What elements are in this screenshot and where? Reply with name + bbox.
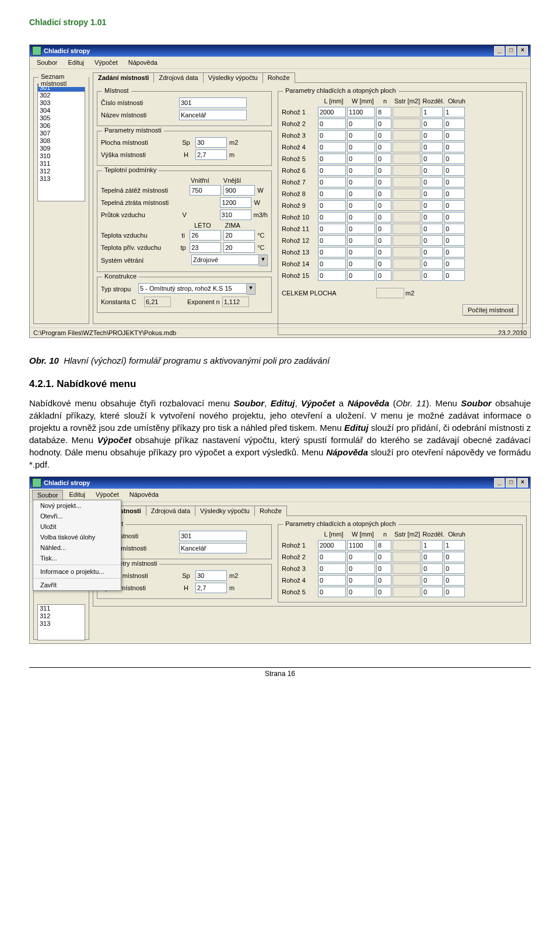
minimize-button[interactable]: _ bbox=[494, 46, 505, 55]
rohoz-input[interactable] bbox=[444, 587, 465, 597]
rohoz-input[interactable] bbox=[347, 247, 375, 257]
rohoz-input[interactable] bbox=[347, 587, 375, 597]
rohoz-input[interactable] bbox=[318, 270, 346, 281]
rohoz-input[interactable] bbox=[347, 259, 375, 269]
rohoz-input[interactable] bbox=[318, 552, 346, 562]
rohoz-input[interactable] bbox=[318, 259, 346, 269]
rohoz-input[interactable] bbox=[422, 259, 443, 269]
tab-zdrojova[interactable]: Zdrojová data bbox=[146, 506, 195, 516]
rohoz-input[interactable] bbox=[347, 130, 375, 141]
combo-system[interactable]: ▼ bbox=[191, 255, 268, 266]
room-listbox-2[interactable]: 311312313 bbox=[37, 604, 85, 640]
rohoz-input[interactable] bbox=[376, 563, 391, 574]
menu-item[interactable]: Volba tiskové úlohy bbox=[33, 532, 121, 542]
rohoz-input[interactable] bbox=[318, 130, 346, 141]
rohoz-input[interactable] bbox=[318, 189, 346, 199]
rohoz-input[interactable] bbox=[347, 177, 375, 187]
minimize-button[interactable]: _ bbox=[494, 478, 505, 487]
rohoz-input[interactable] bbox=[318, 575, 346, 586]
rohoz-input[interactable] bbox=[347, 540, 375, 551]
menu-soubor-open[interactable]: Soubor Nový projekt...Otevři...UložitVol… bbox=[32, 490, 63, 500]
rohoz-input[interactable] bbox=[376, 587, 391, 597]
rohoz-input[interactable] bbox=[422, 247, 443, 257]
rohoz-input[interactable] bbox=[376, 130, 391, 141]
menu-item-info[interactable]: Informace o projektu... bbox=[33, 566, 121, 577]
room-item[interactable]: 307 bbox=[38, 130, 85, 137]
room-item[interactable]: 311 bbox=[38, 160, 85, 168]
rohoz-input[interactable] bbox=[376, 119, 391, 129]
input-zatez-in[interactable] bbox=[190, 185, 221, 196]
tab-rohoze[interactable]: Rohože bbox=[262, 72, 295, 83]
rohoz-input[interactable] bbox=[318, 200, 346, 211]
rohoz-input[interactable] bbox=[422, 189, 443, 199]
rohoz-input[interactable] bbox=[376, 224, 391, 234]
rohoz-input[interactable] bbox=[376, 142, 391, 152]
menu-vypocet[interactable]: Výpočet bbox=[91, 490, 124, 500]
room-item[interactable]: 306 bbox=[38, 122, 85, 130]
tab-rohoze[interactable]: Rohože bbox=[254, 506, 287, 516]
rohoz-input[interactable] bbox=[318, 165, 346, 176]
rohoz-input[interactable] bbox=[444, 270, 465, 281]
rohoz-input[interactable] bbox=[347, 552, 375, 562]
rohoz-input[interactable] bbox=[376, 540, 391, 551]
rohoz-input[interactable] bbox=[347, 142, 375, 152]
menu-edituj[interactable]: Edituj bbox=[63, 58, 89, 67]
rohoz-input[interactable] bbox=[347, 119, 375, 129]
rohoz-input[interactable] bbox=[376, 200, 391, 211]
rohoz-input[interactable] bbox=[422, 587, 443, 597]
menu-item[interactable]: Uložit bbox=[33, 521, 121, 532]
input-cislo[interactable] bbox=[179, 97, 247, 108]
room-item[interactable]: 312 bbox=[38, 612, 85, 620]
rohoz-input[interactable] bbox=[422, 119, 443, 129]
rohoz-input[interactable] bbox=[376, 552, 391, 562]
combo-typstr[interactable]: ▼ bbox=[138, 283, 256, 295]
room-item[interactable]: 313 bbox=[38, 620, 85, 628]
menu-item[interactable]: Tisk... bbox=[33, 553, 121, 563]
rohoz-input[interactable] bbox=[444, 119, 465, 129]
room-item[interactable]: 308 bbox=[38, 137, 85, 145]
menu-edituj[interactable]: Edituj bbox=[64, 490, 90, 500]
rohoz-input[interactable] bbox=[422, 552, 443, 562]
input-tp-leto[interactable] bbox=[190, 242, 221, 253]
rohoz-input[interactable] bbox=[376, 270, 391, 281]
rohoz-input[interactable] bbox=[376, 154, 391, 164]
close-button[interactable]: × bbox=[517, 478, 528, 487]
rohoz-input[interactable] bbox=[444, 165, 465, 176]
room-item[interactable]: 305 bbox=[38, 114, 85, 122]
rohoz-input[interactable] bbox=[376, 247, 391, 257]
rohoz-input[interactable] bbox=[318, 177, 346, 187]
rohoz-input[interactable] bbox=[376, 259, 391, 269]
rohoz-input[interactable] bbox=[444, 107, 465, 117]
rohoz-input[interactable] bbox=[318, 119, 346, 129]
maximize-button[interactable]: □ bbox=[506, 46, 516, 55]
input-sp[interactable] bbox=[195, 137, 227, 148]
rohoz-input[interactable] bbox=[376, 189, 391, 199]
rohoz-input[interactable] bbox=[347, 107, 375, 117]
maximize-button[interactable]: □ bbox=[506, 478, 516, 487]
room-item[interactable]: 313 bbox=[38, 175, 85, 183]
menu-item[interactable]: Otevři... bbox=[33, 511, 121, 521]
menu-vypocet[interactable]: Výpočet bbox=[90, 58, 123, 67]
rohoz-input[interactable] bbox=[376, 165, 391, 176]
rohoz-input[interactable] bbox=[422, 177, 443, 187]
room-item[interactable]: 312 bbox=[38, 168, 85, 175]
btn-pocitej[interactable]: Počítej místnost bbox=[463, 304, 519, 316]
tab-zadani[interactable]: Zadání místnosti bbox=[93, 72, 154, 83]
tab-zdrojova[interactable]: Zdrojová data bbox=[153, 72, 203, 83]
input-ti-leto[interactable] bbox=[190, 230, 221, 241]
rohoz-input[interactable] bbox=[376, 177, 391, 187]
input-h[interactable] bbox=[195, 149, 227, 160]
rohoz-input[interactable] bbox=[422, 563, 443, 574]
rohoz-input[interactable] bbox=[318, 154, 346, 164]
room-item[interactable]: 311 bbox=[38, 605, 85, 612]
rohoz-input[interactable] bbox=[422, 540, 443, 551]
rohoz-input[interactable] bbox=[444, 212, 465, 222]
chevron-down-icon[interactable]: ▼ bbox=[259, 255, 268, 266]
chevron-down-icon[interactable]: ▼ bbox=[247, 283, 256, 295]
rohoz-input[interactable] bbox=[318, 224, 346, 234]
rohoz-input[interactable] bbox=[376, 107, 391, 117]
rohoz-input[interactable] bbox=[444, 575, 465, 586]
rohoz-input[interactable] bbox=[422, 200, 443, 211]
rohoz-input[interactable] bbox=[347, 212, 375, 222]
rohoz-input[interactable] bbox=[444, 177, 465, 187]
